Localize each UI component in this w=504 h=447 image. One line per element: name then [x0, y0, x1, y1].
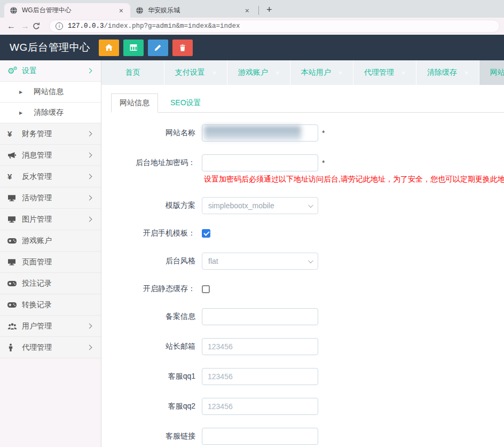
table-icon — [129, 43, 138, 52]
reload-icon[interactable] — [32, 22, 46, 30]
required-mark: * — [322, 159, 325, 167]
field-control: * — [202, 154, 325, 171]
sidebar-item-label: 网站信息 — [34, 87, 93, 97]
monitor-icon — [7, 215, 22, 224]
browser-tab-admin[interactable]: WG后台管理中心 × — [4, 3, 130, 18]
tab-label: 游戏账户 — [238, 68, 268, 77]
field-note: 设置加密码后必须通过以下地址访问后台,请劳记此地址，为了安全，您也可以定期更换此… — [204, 175, 504, 184]
tab-close-icon[interactable]: × — [275, 69, 280, 77]
sidebar-item-agents[interactable]: 代理管理 — [0, 337, 101, 358]
monitor-icon — [7, 258, 22, 266]
browser-toolbar: ← → i 127.0.0.3/index.php?g=admin&m=inde… — [0, 18, 504, 35]
yen-icon: ¥ — [7, 172, 22, 181]
sidebar-item-game-accounts[interactable]: 游戏账户 — [0, 230, 101, 252]
tab-payment-settings[interactable]: 支付设置× — [164, 60, 227, 85]
tab-label: 首页 — [125, 68, 140, 77]
edit-button[interactable] — [148, 40, 168, 56]
sidebar-item-users[interactable]: 用户管理 — [0, 316, 101, 337]
field-control — [202, 285, 210, 293]
site-name-input[interactable] — [202, 124, 318, 142]
content-tab-site-info[interactable]: 网站信息 — [111, 93, 158, 113]
url-bar[interactable]: i 127.0.0.3/index.php?g=admin&m=index&a=… — [49, 20, 500, 33]
sidebar-item-site-info[interactable]: ▶网站信息 — [0, 82, 101, 103]
monitor-icon — [7, 194, 22, 202]
admin-style-select[interactable]: flat — [202, 253, 318, 270]
tab-close-icon[interactable]: × — [401, 69, 406, 77]
yen-icon: ¥ — [7, 130, 22, 138]
form-row: 后台地址加密码：* — [111, 154, 504, 171]
close-icon[interactable]: × — [117, 6, 125, 15]
form-row: 客服qq1 — [111, 368, 504, 385]
table-button[interactable] — [123, 40, 144, 56]
field-control — [202, 338, 318, 355]
tab-label: 本站用户 — [301, 68, 331, 77]
tab-close-icon[interactable]: × — [212, 69, 217, 77]
back-icon[interactable]: ← — [4, 21, 18, 31]
tab-site-users[interactable]: 本站用户× — [290, 60, 353, 85]
select-value: simplebootx_mobile — [208, 201, 274, 210]
sidebar-item-finance[interactable]: ¥财务管理 — [0, 123, 101, 145]
gamepad-icon — [7, 238, 22, 244]
required-mark: * — [322, 129, 325, 137]
sidebar-item-clear-cache[interactable]: ▶清除缓存 — [0, 103, 101, 123]
triangle-icon: ▶ — [19, 111, 34, 115]
field-label: 后台风格 — [111, 256, 202, 266]
triangle-icon: ▶ — [19, 90, 34, 95]
browser-tab-casino[interactable]: 华安娱乐城 × — [130, 3, 256, 18]
tab-agent-management[interactable]: 代理管理× — [353, 60, 416, 85]
sidebar-item-rebate[interactable]: ¥反水管理 — [0, 166, 101, 187]
admin-url-password-input[interactable] — [202, 154, 318, 171]
users-icon — [7, 323, 22, 330]
new-tab-button[interactable]: + — [261, 4, 278, 15]
form-row: 后台风格flat — [111, 253, 504, 270]
field-label: 开启手机模板： — [111, 229, 202, 238]
sidebar-item-settings[interactable]: ⚙⚙设置 — [0, 60, 101, 82]
sidebar-item-bet-records[interactable]: 投注记录 — [0, 273, 101, 294]
sidebar: ⚙⚙设置▶网站信息▶清除缓存¥财务管理消息管理¥反水管理活动管理图片管理游戏账户… — [0, 60, 101, 447]
tab-home[interactable]: 首页 — [101, 60, 164, 85]
delete-button[interactable] — [172, 40, 193, 56]
field-control: flat — [202, 253, 318, 270]
sidebar-item-pages[interactable]: 页面管理 — [0, 252, 101, 273]
sidebar-item-activities[interactable]: 活动管理 — [0, 187, 101, 209]
header-actions — [99, 40, 193, 56]
sidebar-item-images[interactable]: 图片管理 — [0, 209, 101, 230]
enable-static-cache-checkbox[interactable] — [202, 285, 210, 293]
sidebar-item-transfer-records[interactable]: 转换记录 — [0, 294, 101, 316]
globe-icon — [10, 6, 18, 14]
sidebar-item-messages[interactable]: 消息管理 — [0, 145, 101, 166]
sidebar-item-label: 用户管理 — [22, 321, 88, 331]
enable-mobile-template-checkbox[interactable] — [202, 229, 210, 238]
gamepad-icon — [7, 280, 22, 287]
chevron-right-icon — [87, 345, 92, 350]
sidebar-item-label: 消息管理 — [22, 151, 88, 160]
chevron-right-icon — [87, 131, 92, 137]
sidebar-item-label: 清除缓存 — [34, 108, 93, 117]
field-label: 后台地址加密码： — [111, 158, 202, 168]
content-tab-seo-settings[interactable]: SEO设置 — [162, 94, 209, 112]
globe-icon — [136, 6, 144, 14]
chevron-right-icon — [87, 174, 92, 179]
site-settings-form: 网站名称*后台地址加密码：*设置加密码后必须通过以下地址访问后台,请劳记此地址，… — [111, 113, 504, 445]
tab-label: 代理管理 — [364, 68, 394, 77]
field-label: 客服链接 — [111, 432, 202, 441]
close-icon[interactable]: × — [243, 6, 251, 15]
forward-icon[interactable]: → — [18, 21, 32, 31]
app-title: WG后台管理中心 — [10, 41, 90, 54]
tab-close-icon[interactable]: × — [464, 69, 469, 77]
icp-info-input[interactable] — [202, 308, 318, 325]
tab-clear-cache[interactable]: 清除缓存× — [416, 60, 479, 85]
service-qq1-input[interactable] — [202, 368, 318, 385]
form-row: 网站名称* — [111, 124, 504, 142]
info-icon[interactable]: i — [56, 22, 63, 30]
form-row: 模版方案simplebootx_mobile — [111, 197, 504, 214]
service-link-input[interactable] — [202, 428, 318, 445]
webmaster-email-input[interactable] — [202, 338, 318, 355]
home-button[interactable] — [99, 40, 119, 56]
service-qq2-input[interactable] — [202, 398, 318, 415]
tab-close-icon[interactable]: × — [338, 69, 343, 77]
template-scheme-select[interactable]: simplebootx_mobile — [202, 197, 318, 214]
tab-game-accounts[interactable]: 游戏账户× — [227, 60, 290, 85]
tab-site-info[interactable]: 网站信息× — [479, 60, 504, 85]
tab-label: 网站信息 — [490, 68, 504, 77]
